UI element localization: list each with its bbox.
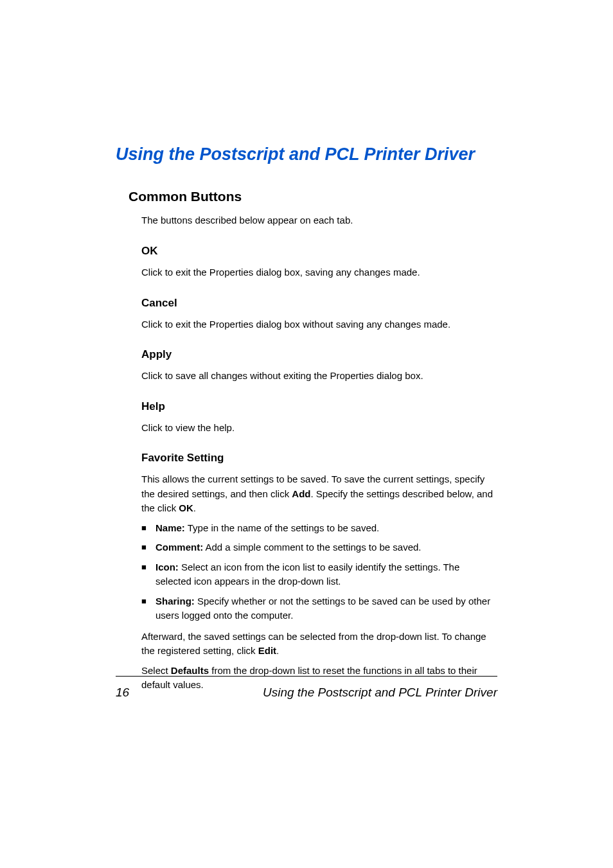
footer-title: Using the Postscript and PCL Printer Dri… bbox=[263, 686, 497, 700]
favorite-bullet-list: Name: Type in the name of the settings t… bbox=[141, 521, 497, 623]
page-footer: 16 Using the Postscript and PCL Printer … bbox=[116, 676, 497, 700]
footer-divider bbox=[116, 676, 497, 677]
sub-title-ok: OK bbox=[141, 245, 497, 258]
fav-after2-bold: Defaults bbox=[171, 665, 209, 676]
body-text-ok: Click to exit the Properties dialog box,… bbox=[141, 265, 497, 280]
section-intro: The buttons described below appear on ea… bbox=[141, 213, 497, 227]
body-text-apply: Click to save all changes without exitin… bbox=[141, 369, 497, 384]
list-item: Name: Type in the name of the settings t… bbox=[141, 521, 497, 536]
sub-title-help: Help bbox=[141, 400, 497, 413]
bullet-label-comment: Comment: bbox=[155, 542, 203, 553]
bullet-text-name: Type in the name of the settings to be s… bbox=[185, 522, 379, 533]
sub-title-apply: Apply bbox=[141, 348, 497, 361]
bullet-text-icon: Select an icon from the icon list to eas… bbox=[155, 562, 459, 587]
fav-after2-pre: Select bbox=[141, 665, 171, 676]
bullet-label-name: Name: bbox=[155, 522, 185, 533]
list-item: Comment: Add a simple comment to the set… bbox=[141, 540, 497, 555]
bullet-text-sharing: Specify whether or not the settings to b… bbox=[155, 596, 490, 621]
page-number: 16 bbox=[116, 686, 129, 700]
page-content: Using the Postscript and PCL Printer Dri… bbox=[0, 0, 613, 693]
footer-content: 16 Using the Postscript and PCL Printer … bbox=[116, 686, 497, 700]
sub-title-cancel: Cancel bbox=[141, 297, 497, 310]
sub-title-favorite: Favorite Setting bbox=[141, 452, 497, 465]
fav-after1-pre: Afterward, the saved settings can be sel… bbox=[141, 631, 486, 657]
body-text-favorite-intro: This allows the current settings to be s… bbox=[141, 472, 497, 516]
bullet-label-sharing: Sharing: bbox=[155, 596, 195, 607]
list-item: Icon: Select an icon from the icon list … bbox=[141, 560, 497, 589]
list-item: Sharing: Specify whether or not the sett… bbox=[141, 594, 497, 623]
fav-after1-bold: Edit bbox=[258, 645, 276, 656]
main-title: Using the Postscript and PCL Printer Dri… bbox=[116, 145, 497, 164]
fav-intro-bold1: Add bbox=[292, 488, 310, 499]
fav-intro-bold2: OK bbox=[179, 502, 193, 513]
body-text-cancel: Click to exit the Properties dialog box … bbox=[141, 317, 497, 332]
bullet-label-icon: Icon: bbox=[155, 562, 179, 572]
bullet-text-comment: Add a simple comment to the settings to … bbox=[203, 542, 421, 553]
fav-intro-end: . bbox=[193, 502, 196, 513]
section-title-common-buttons: Common Buttons bbox=[129, 189, 497, 204]
body-text-favorite-after1: Afterward, the saved settings can be sel… bbox=[141, 630, 497, 659]
body-text-help: Click to view the help. bbox=[141, 421, 497, 436]
fav-after1-end: . bbox=[276, 645, 279, 656]
